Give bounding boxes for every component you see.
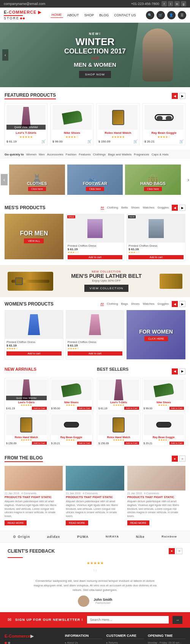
womens-filter-bags[interactable]: Bags	[121, 302, 128, 306]
brand-rainbow[interactable]: Rainbow	[162, 535, 177, 538]
catnav-fashion[interactable]: Fashion	[66, 153, 76, 156]
men-view-all-btn[interactable]: VIEW ALL	[24, 238, 44, 243]
nav-about[interactable]: ABOUT	[66, 13, 80, 18]
newsletter-input[interactable]	[87, 616, 169, 624]
mens-prev[interactable]: ◀	[172, 205, 178, 211]
catnav-men[interactable]: Men	[39, 153, 45, 156]
cart-icon-2[interactable]: 🛒	[133, 139, 138, 143]
handbags-btn[interactable]: Click here	[144, 187, 162, 191]
bestseller-cart-3[interactable]: Add to Cart	[169, 442, 184, 445]
quick-view-btn-0[interactable]: Quick View	[14, 126, 27, 128]
brand-nike[interactable]: Nike	[136, 535, 145, 539]
bestseller-price-3: $ 20.21 Add to Cart	[144, 442, 184, 445]
mens-product-name-1: Printed Chiffon Dress	[128, 244, 184, 248]
brand-origin[interactable]: ⊙ Origin	[13, 535, 30, 539]
instagram-icon[interactable]: in	[174, 1, 180, 6]
footer-link-returns[interactable]: ▸ Returns	[106, 641, 144, 644]
bestsellers-next[interactable]: ▶	[179, 368, 185, 374]
bestseller-price-2: $ 150.09 Add to Cart	[98, 442, 139, 445]
menu-button[interactable]: ☰	[178, 11, 186, 19]
nav-contact[interactable]: CONTACT US	[113, 13, 137, 18]
bestseller-watch-icon	[112, 417, 125, 432]
bestseller-name-3: Ray Bean Goggle	[144, 436, 184, 439]
catnav-clothings[interactable]: Clothings	[93, 153, 106, 156]
newsletter-submit-btn[interactable]: →	[173, 616, 182, 624]
catnav-fragrances[interactable]: Fragrances	[134, 153, 149, 156]
bestseller-img-0	[98, 379, 139, 400]
testimonial-prev[interactable]: ●	[169, 548, 175, 554]
footwear-banner[interactable]: 👟 FOOTWEAR Click here	[67, 165, 123, 195]
footwear-btn[interactable]: Click here	[86, 187, 104, 191]
read-more-0[interactable]: READ MORE	[5, 520, 27, 525]
arrival-cart-3[interactable]: Add to Cart	[77, 442, 92, 445]
brand-puma[interactable]: PUMA	[77, 535, 89, 539]
shop-now-button[interactable]: SHOP NOW	[79, 71, 111, 78]
arrival-cart-1[interactable]: Add to Cart	[77, 407, 92, 410]
user-button[interactable]: 👤	[167, 11, 176, 19]
mens-filter-all[interactable]: All	[101, 206, 104, 210]
featured-next[interactable]: ▶	[179, 93, 185, 99]
mens-next[interactable]: ▶	[179, 205, 185, 211]
mens-filter-clothing[interactable]: Clothing	[107, 206, 118, 210]
nav-shop[interactable]: SHOP	[83, 13, 95, 18]
blog-next[interactable]: ○	[179, 456, 185, 462]
catnav-accessories[interactable]: Accessories	[47, 153, 63, 156]
bestsellers-prev[interactable]: ◀	[172, 368, 178, 374]
clothes-btn[interactable]: Click here	[28, 187, 46, 191]
read-more-1[interactable]: READ MORE	[66, 520, 88, 525]
belt-view-btn[interactable]: VIEW COLLECTION	[84, 285, 129, 292]
search-button[interactable]: 🔍	[146, 11, 154, 19]
add-cart-btn-0[interactable]: Add to cart	[68, 255, 123, 259]
cart-button[interactable]: 🛒	[157, 11, 165, 19]
footer-link-about[interactable]: ▸ About Us	[65, 641, 103, 644]
bestseller-cart-2[interactable]: Add to Cart	[124, 442, 139, 445]
logo[interactable]: E-COMMERCE ▶ STORE	[4, 10, 41, 20]
testimonial-next[interactable]: ○	[176, 548, 182, 554]
brand-adidas[interactable]: adidas	[47, 535, 60, 539]
mens-filter-watches[interactable]: Watches	[142, 206, 154, 210]
womens-filter-goggles[interactable]: Goggles	[157, 302, 169, 306]
mens-filter-belts[interactable]: Belts	[121, 206, 128, 210]
clothes-banner[interactable]: 👗 CLOTHES Click here	[9, 165, 65, 195]
bestseller-cart-0[interactable]: Add to Cart	[124, 407, 139, 410]
arrival-cart-0[interactable]: Add to Cart	[32, 407, 46, 410]
womens-add-cart-btn-0[interactable]: Add to cart	[6, 351, 62, 356]
read-more-2[interactable]: READ MORE	[127, 520, 149, 525]
for-women-btn[interactable]: CLICK HERE	[144, 336, 168, 341]
twitter-icon[interactable]: t	[168, 1, 173, 6]
womens-next[interactable]: ▶	[179, 301, 185, 307]
facebook-icon[interactable]: f	[162, 1, 167, 6]
arrival-quickview-0[interactable]: Quick View	[16, 397, 27, 399]
womens-filter-shoes[interactable]: Shoes	[131, 302, 140, 306]
hero-arrow-prev[interactable]: ‹	[2, 49, 8, 61]
cart-icon-3[interactable]: 🛒	[179, 139, 184, 143]
mens-filter-goggles[interactable]: Goggles	[157, 206, 169, 210]
womens-add-cart-btn-1[interactable]: Add to cart	[68, 351, 123, 356]
catnav-features[interactable]: Features	[79, 153, 91, 156]
blog-prev[interactable]: ●	[172, 456, 178, 462]
arrival-wishlist-0[interactable]: Wishlist	[28, 397, 36, 399]
catnav-women[interactable]: Women	[26, 153, 36, 156]
brand-niraya[interactable]: NIRAYA	[106, 535, 119, 538]
cat-banner-next[interactable]: ›	[187, 177, 189, 183]
bestseller-cart-1[interactable]: Add to Cart	[169, 407, 184, 410]
womens-filter-clothing[interactable]: Clothing	[107, 302, 118, 306]
wishlist-btn-0[interactable]: Wishlist	[28, 126, 38, 128]
cat-banner-prev[interactable]: ‹	[1, 174, 8, 185]
cart-icon-0[interactable]: 🛒	[41, 139, 46, 143]
womens-filter-all[interactable]: All	[100, 302, 104, 306]
nav-blog[interactable]: BLOG	[98, 13, 110, 18]
featured-prev[interactable]: ◀	[172, 93, 178, 99]
nav-home[interactable]: HOME	[51, 12, 63, 18]
catnav-caps[interactable]: Caps & Hats	[152, 153, 169, 156]
womens-prev[interactable]: ◀	[172, 301, 178, 307]
arrival-cart-2[interactable]: Add to Cart	[32, 442, 46, 445]
catnav-bags[interactable]: Bags and Wallets	[108, 153, 131, 156]
mens-filter-shoes[interactable]: Shoes	[131, 206, 140, 210]
bestseller-1: Nike Shoes ★★★★☆ $ 99.00 Add to Cart	[142, 378, 186, 411]
google-icon[interactable]: g	[181, 1, 186, 6]
cart-icon-1[interactable]: 🛒	[87, 139, 92, 143]
add-cart-btn-1[interactable]: Add to cart	[128, 255, 184, 259]
womens-filter-watches[interactable]: Watches	[142, 302, 154, 306]
handbags-banner[interactable]: 👜 HAND BAGS Click here	[125, 165, 181, 195]
